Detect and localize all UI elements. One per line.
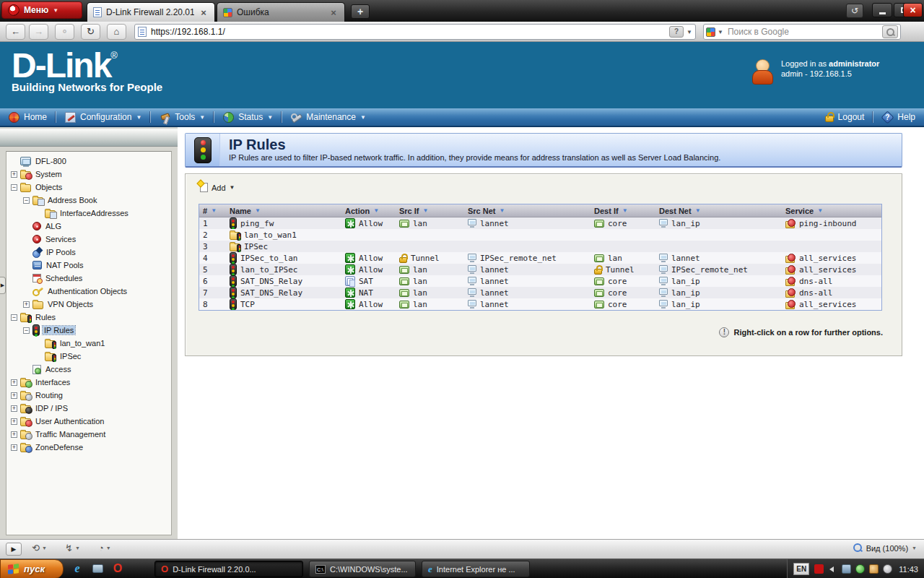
expand-icon[interactable]: + (11, 171, 17, 178)
sort-icon[interactable]: ▼ (622, 207, 628, 214)
updater-icon[interactable] (869, 564, 879, 574)
menubar-item-tools[interactable]: Tools▼ (151, 108, 214, 126)
tab-close-icon[interactable]: × (328, 7, 339, 18)
tree-item-lan-to-wan1[interactable]: lan_to_wan1 (6, 337, 171, 350)
tree-item-ipsec[interactable]: IPSec (6, 350, 171, 363)
table-row[interactable]: 4IPSec_to_lanAllowTunnelIPSec_remote_net… (199, 252, 881, 264)
sort-icon[interactable]: ▼ (500, 207, 505, 214)
security-badge-icon[interactable]: ? (669, 26, 684, 38)
sort-icon[interactable]: ▼ (423, 207, 429, 214)
rewind-button[interactable]: ⚬ (55, 24, 74, 40)
menubar-item-status[interactable]: Status▼ (214, 108, 282, 126)
collapse-icon[interactable]: − (23, 197, 30, 204)
sort-icon[interactable]: ▼ (695, 207, 701, 214)
expand-icon[interactable]: + (11, 444, 17, 451)
table-row[interactable]: 5lan_to_IPSecAllowlanlannetTunnelIPSec_r… (199, 264, 881, 275)
closed-tabs-button[interactable]: ↺ (846, 4, 863, 18)
taskbar-button-3[interactable]: eInternet Explorer не ... (422, 561, 530, 577)
menubar-item-maintenance[interactable]: Maintenance▼ (282, 108, 375, 126)
menubar-item-logout[interactable]: Logout (816, 108, 873, 126)
menubar-item-home[interactable]: Home (0, 108, 56, 126)
add-button[interactable]: Add ▼ (197, 181, 238, 194)
search-go-button[interactable] (882, 25, 898, 38)
column-header-dest-if[interactable]: Dest If▼ (590, 204, 655, 217)
tree-item-services[interactable]: Services (6, 233, 171, 246)
column-header-dest-net[interactable]: Dest Net▼ (655, 204, 782, 217)
table-row[interactable]: 7SAT_DNS_RelayNATlanlannetcorelan_ipdns-… (199, 287, 881, 298)
tree-item-ip-pools[interactable]: IP Pools (6, 246, 171, 259)
table-row[interactable]: 3IPSec (199, 241, 881, 252)
reload-button[interactable]: ↻ (81, 24, 100, 40)
table-row[interactable]: 1ping_fwAllowlanlannetcorelan_ipping-inb… (199, 217, 881, 229)
expand-icon[interactable]: + (11, 379, 17, 386)
quicklaunch-opera[interactable]: O (111, 561, 124, 576)
sort-icon[interactable]: ▼ (211, 207, 217, 214)
taskbar-button-2[interactable]: C:\C:\WINDOWS\syste... (309, 561, 416, 577)
volume-icon[interactable] (828, 564, 837, 574)
panels-toggle-button[interactable]: ▶ (6, 543, 22, 556)
column-header-name[interactable]: Name▼ (226, 204, 341, 217)
turbo-button[interactable]: ↯▼ (65, 543, 80, 553)
panel-collapse-handle[interactable]: ▶ (0, 277, 6, 294)
sync-button[interactable]: ⟲▼ (32, 543, 47, 553)
tree-item-ip-rules[interactable]: −IP Rules (6, 324, 171, 337)
expand-icon[interactable]: + (11, 392, 17, 399)
ati-icon[interactable] (814, 564, 824, 574)
window-minimize-button[interactable] (872, 3, 892, 17)
expand-icon[interactable]: + (23, 301, 30, 308)
tree-item-routing[interactable]: +Routing (6, 389, 171, 402)
column-header-num[interactable]: #▼ (199, 204, 226, 217)
tree-item-dfl-800[interactable]: DFL-800 (6, 155, 171, 168)
table-row[interactable]: 2lan_to_wan1 (199, 229, 881, 241)
sort-icon[interactable]: ▼ (373, 207, 379, 214)
column-header-action[interactable]: Action▼ (341, 204, 396, 217)
tree-item-interfaces[interactable]: +Interfaces (6, 376, 171, 389)
expand-icon[interactable]: + (11, 405, 17, 412)
home-button[interactable]: ⌂ (107, 24, 126, 40)
collapse-icon[interactable]: − (23, 327, 30, 334)
tree-item-objects[interactable]: −Objects (6, 181, 171, 194)
table-row[interactable]: 8TCPAllowlanlannetcorelan_ipall_services (199, 298, 881, 310)
search-engine-dropdown-icon[interactable]: ▼ (718, 29, 723, 35)
antivirus-icon[interactable] (855, 564, 865, 574)
url-field[interactable]: https://192.168.1.1/ ? ▼ (134, 24, 696, 40)
column-header-src-net[interactable]: Src Net▼ (464, 204, 590, 217)
tab-2[interactable]: Ошибка× (217, 2, 345, 22)
tab-1[interactable]: D-Link Firewall 2.20.01× (87, 2, 215, 22)
menubar-item-configuration[interactable]: Configuration▼ (56, 108, 150, 126)
opera-menu-button[interactable]: Меню ▼ (1, 1, 82, 19)
table-row[interactable]: 6SAT_DNS_RelaySATlanlannetcorelan_ipdns-… (199, 275, 881, 287)
clock-icon[interactable] (883, 564, 892, 574)
history-button[interactable]: ◔▼ (98, 543, 111, 553)
sort-icon[interactable]: ▼ (255, 207, 261, 214)
tree-item-traffic-management[interactable]: +Traffic Management (6, 428, 171, 441)
tab-close-icon[interactable]: × (199, 7, 209, 18)
tree-item-nat-pools[interactable]: NAT Pools (6, 259, 171, 272)
taskbar-button-1[interactable]: OD-Link Firewall 2.20.0... (154, 561, 303, 577)
quicklaunch-internet-explorer[interactable]: e (71, 561, 84, 576)
forward-button[interactable]: → (29, 24, 48, 40)
column-header-src-if[interactable]: Src If▼ (396, 204, 464, 217)
network-icon[interactable] (842, 564, 851, 574)
tree-item-idp-ips[interactable]: +IDP / IPS (6, 402, 171, 415)
collapse-icon[interactable]: − (11, 314, 17, 321)
tree-item-zonedefense[interactable]: +ZoneDefense (6, 441, 171, 454)
tree-item-system[interactable]: +System (6, 168, 171, 181)
sort-icon[interactable]: ▼ (817, 207, 823, 214)
url-dropdown-icon[interactable]: ▼ (687, 29, 692, 35)
tree-item-address-book[interactable]: −Address Book (6, 194, 171, 207)
window-close-button[interactable]: × (903, 3, 923, 17)
quicklaunch-show-desktop[interactable] (91, 561, 104, 576)
tree-item-rules[interactable]: −Rules (6, 311, 171, 324)
tree-item-interfaceaddresses[interactable]: InterfaceAddresses (6, 207, 171, 220)
new-tab-button[interactable]: + (351, 4, 370, 19)
column-header-service[interactable]: Service▼ (782, 204, 881, 217)
tree-item-vpn-objects[interactable]: +VPN Objects (6, 298, 171, 311)
tree-item-access[interactable]: Access (6, 363, 171, 376)
tree-item-alg[interactable]: ALG (6, 220, 171, 233)
search-input[interactable]: ▼ Поиск в Google (703, 24, 901, 40)
back-button[interactable]: ← (6, 24, 25, 40)
tree-item-authentication-objects[interactable]: Authentication Objects (6, 285, 171, 298)
language-indicator[interactable]: EN (793, 563, 809, 575)
start-button[interactable]: пуск (0, 559, 64, 578)
